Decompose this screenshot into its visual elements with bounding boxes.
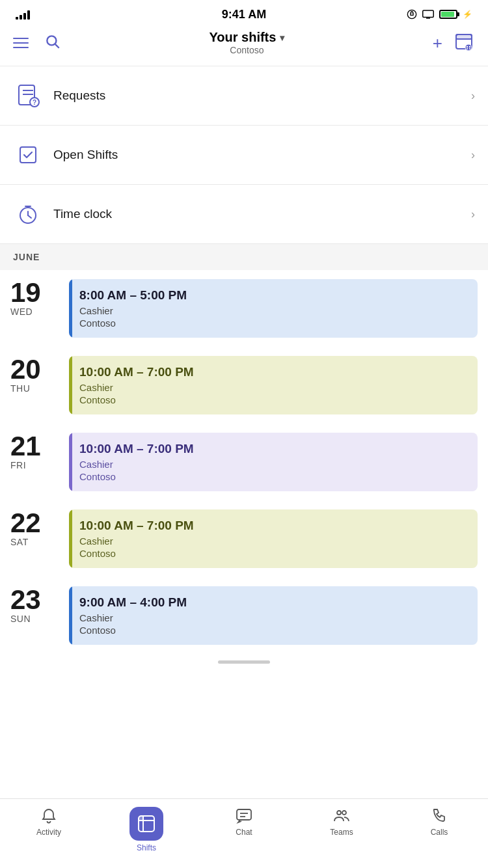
- add-button[interactable]: +: [433, 34, 442, 51]
- date-23: 23 SUN: [10, 586, 69, 624]
- requests-label: Requests: [53, 88, 471, 103]
- shift-block-22[interactable]: 10:00 AM – 7:00 PM Cashier Contoso: [69, 509, 478, 568]
- nav-center: Your shifts ▾ Contoso: [209, 30, 284, 55]
- shift-block-21[interactable]: 10:00 AM – 7:00 PM Cashier Contoso: [69, 433, 478, 491]
- shift-time-19: 8:00 AM – 5:00 PM: [79, 288, 467, 303]
- nav-title[interactable]: Your shifts ▾: [209, 30, 284, 45]
- chat-label: Chat: [236, 828, 252, 837]
- shift-time-20: 10:00 AM – 7:00 PM: [79, 365, 467, 379]
- open-shifts-menu-item[interactable]: Open Shifts ›: [0, 126, 488, 184]
- top-nav: Your shifts ▾ Contoso +: [0, 25, 488, 66]
- open-shifts-label: Open Shifts: [53, 148, 471, 162]
- shift-time-21: 10:00 AM – 7:00 PM: [79, 442, 467, 456]
- display-icon: [422, 10, 434, 19]
- day-name-20: THU: [10, 383, 62, 394]
- signal-area: [16, 9, 30, 20]
- svg-line-22: [28, 215, 31, 218]
- day-num-21: 21: [10, 433, 62, 460]
- schedule-list: 19 WED 8:00 AM – 5:00 PM Cashier Contoso…: [0, 270, 488, 654]
- day-num-22: 22: [10, 509, 62, 537]
- date-22: 22 SAT: [10, 509, 69, 547]
- nav-shifts[interactable]: Shifts: [120, 807, 172, 852]
- title-chevron-down-icon: ▾: [280, 33, 284, 43]
- nav-teams[interactable]: Teams: [316, 807, 368, 852]
- chat-icon: [235, 807, 253, 825]
- requests-menu-item[interactable]: ? Requests ›: [0, 66, 488, 125]
- svg-point-12: [467, 48, 468, 49]
- bell-icon: [40, 807, 58, 825]
- scroll-handle: [0, 654, 488, 668]
- schedule-item-21[interactable]: 21 FRI 10:00 AM – 7:00 PM Cashier Contos…: [7, 424, 481, 500]
- shift-block-19[interactable]: 8:00 AM – 5:00 PM Cashier Contoso: [69, 279, 478, 338]
- svg-point-13: [469, 48, 470, 49]
- open-shifts-chevron-icon: ›: [471, 148, 475, 162]
- svg-point-33: [342, 811, 346, 815]
- activity-label: Activity: [36, 828, 61, 837]
- shift-block-23[interactable]: 9:00 AM – 4:00 PM Cashier Contoso: [69, 586, 478, 645]
- status-right: ⚡: [407, 9, 472, 20]
- day-name-21: FRI: [10, 460, 62, 470]
- schedule-view-button[interactable]: [454, 31, 475, 55]
- open-shifts-icon: [13, 140, 43, 170]
- search-button[interactable]: [44, 33, 61, 53]
- nav-chat[interactable]: Chat: [218, 807, 270, 852]
- shift-org-19: Contoso: [79, 318, 467, 329]
- date-19: 19 WED: [10, 279, 69, 317]
- day-num-19: 19: [10, 279, 62, 306]
- svg-rect-6: [456, 34, 472, 39]
- schedule-item-22[interactable]: 22 SAT 10:00 AM – 7:00 PM Cashier Contos…: [7, 500, 481, 577]
- day-name-19: WED: [10, 306, 62, 317]
- date-21: 21 FRI: [10, 433, 69, 470]
- svg-rect-19: [20, 147, 36, 163]
- nav-right: +: [433, 31, 475, 55]
- day-name-22: SAT: [10, 537, 62, 547]
- signal-bars: [16, 9, 30, 20]
- svg-point-32: [337, 811, 341, 815]
- month-header: JUNE: [0, 244, 488, 270]
- scroll-bar: [218, 660, 270, 664]
- shift-block-20[interactable]: 10:00 AM – 7:00 PM Cashier Contoso: [69, 356, 478, 414]
- requests-chevron-icon: ›: [471, 89, 475, 103]
- charging-icon: ⚡: [463, 10, 472, 19]
- shift-role-22: Cashier: [79, 536, 467, 547]
- nav-activity[interactable]: Activity: [23, 807, 75, 852]
- shift-role-20: Cashier: [79, 382, 467, 393]
- shift-time-22: 10:00 AM – 7:00 PM: [79, 519, 467, 533]
- schedule-item-23[interactable]: 23 SUN 9:00 AM – 4:00 PM Cashier Contoso: [7, 577, 481, 654]
- teams-icon: [332, 807, 351, 825]
- day-num-23: 23: [10, 586, 62, 614]
- battery-icon: [439, 10, 457, 19]
- svg-point-11: [469, 46, 470, 47]
- nav-subtitle: Contoso: [209, 45, 284, 55]
- schedule-item-19[interactable]: 19 WED 8:00 AM – 5:00 PM Cashier Contoso: [7, 270, 481, 347]
- teams-label: Teams: [330, 828, 353, 837]
- date-20: 20 THU: [10, 356, 69, 394]
- shift-org-22: Contoso: [79, 548, 467, 559]
- shift-role-21: Cashier: [79, 459, 467, 470]
- day-num-20: 20: [10, 356, 62, 383]
- svg-point-3: [47, 36, 56, 45]
- calls-label: Calls: [431, 828, 448, 837]
- svg-line-4: [55, 44, 59, 47]
- time-clock-chevron-icon: ›: [471, 208, 475, 221]
- screen-lock-icon: [407, 9, 417, 20]
- bottom-nav: Activity Shifts Chat Teams: [0, 798, 488, 868]
- hamburger-button[interactable]: [13, 38, 29, 48]
- time-clock-label: Time clock: [53, 207, 471, 221]
- nav-calls[interactable]: Calls: [413, 807, 465, 852]
- shift-time-23: 9:00 AM – 4:00 PM: [79, 595, 467, 610]
- svg-rect-28: [139, 816, 143, 821]
- schedule-item-20[interactable]: 20 THU 10:00 AM – 7:00 PM Cashier Contos…: [7, 347, 481, 424]
- time-clock-menu-item[interactable]: Time clock ›: [0, 185, 488, 243]
- status-time: 9:41 AM: [222, 8, 266, 21]
- svg-rect-29: [237, 809, 251, 820]
- svg-point-10: [467, 46, 468, 47]
- shift-role-19: Cashier: [79, 305, 467, 316]
- main-content: ? Requests › Open Shifts › Time clo: [0, 66, 488, 746]
- svg-text:?: ?: [33, 99, 36, 106]
- time-clock-icon: [13, 199, 43, 229]
- shift-role-23: Cashier: [79, 612, 467, 623]
- shift-org-21: Contoso: [79, 471, 467, 482]
- svg-rect-1: [423, 10, 434, 18]
- calls-icon: [430, 807, 448, 825]
